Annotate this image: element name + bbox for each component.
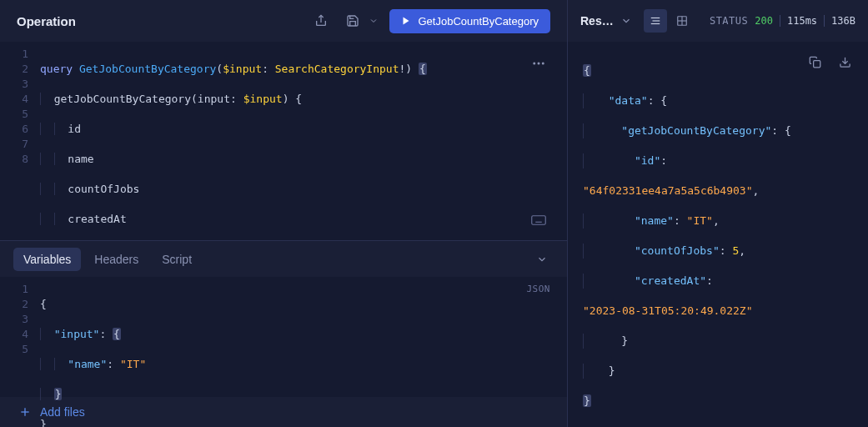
svg-point-3	[542, 63, 544, 65]
more-icon[interactable]	[527, 52, 550, 75]
status-size: 136B	[831, 15, 855, 27]
view-json-icon[interactable]	[644, 9, 667, 33]
json-badge: JSON	[527, 284, 551, 294]
download-icon[interactable]	[833, 50, 856, 73]
operation-editor[interactable]: 12345678 query GetJobCountByCategory($in…	[0, 42, 567, 240]
share-icon[interactable]	[309, 9, 333, 33]
tab-variables[interactable]: Variables	[13, 248, 81, 271]
svg-rect-18	[813, 60, 820, 67]
chevron-down-icon[interactable]	[366, 9, 381, 33]
status-code: 200	[755, 15, 773, 27]
variables-code[interactable]: { "input": { "name": "IT" } }	[40, 282, 567, 427]
response-header: Response STATUS 200 115ms	[568, 0, 868, 42]
response-json[interactable]: { "data": { "getJobCountByCategory": { "…	[583, 48, 868, 427]
collapse-icon[interactable]	[530, 248, 554, 271]
svg-marker-0	[404, 18, 409, 25]
svg-point-2	[538, 63, 540, 65]
status-divider	[780, 15, 780, 27]
view-table-icon[interactable]	[670, 9, 694, 33]
operation-header: Operation GetJobCountByCategory	[0, 0, 567, 42]
status-divider	[824, 15, 825, 27]
response-panel: Response STATUS 200 115ms	[568, 0, 868, 427]
keyboard-icon[interactable]	[527, 208, 550, 232]
editor-gutter: 12345678	[0, 47, 40, 240]
variables-gutter: 12345	[0, 282, 40, 427]
svg-rect-4	[532, 216, 546, 225]
save-icon[interactable]	[341, 9, 364, 33]
response-body: { "data": { "getJobCountByCategory": { "…	[568, 42, 868, 427]
svg-point-1	[533, 63, 535, 65]
response-status: STATUS 200 115ms 136B	[710, 15, 855, 27]
operation-title: Operation	[17, 14, 76, 28]
play-icon	[401, 16, 411, 26]
status-time: 115ms	[787, 15, 817, 27]
copy-icon[interactable]	[803, 50, 826, 73]
operation-panel: Operation GetJobCountByCategory	[0, 0, 568, 427]
variables-tab-row: Variables Headers Script	[0, 240, 567, 277]
run-button[interactable]: GetJobCountByCategory	[389, 9, 550, 33]
run-button-label: GetJobCountByCategory	[418, 15, 539, 28]
status-label: STATUS	[710, 15, 748, 27]
response-title: Response	[580, 14, 614, 28]
editor-code[interactable]: query GetJobCountByCategory($input: Sear…	[40, 47, 567, 240]
variables-editor[interactable]: JSON 12345 { "input": { "name": "IT" } }	[0, 277, 567, 397]
tab-script[interactable]: Script	[152, 248, 202, 271]
response-chevron-down-icon[interactable]	[619, 9, 634, 33]
tab-headers[interactable]: Headers	[84, 248, 148, 271]
